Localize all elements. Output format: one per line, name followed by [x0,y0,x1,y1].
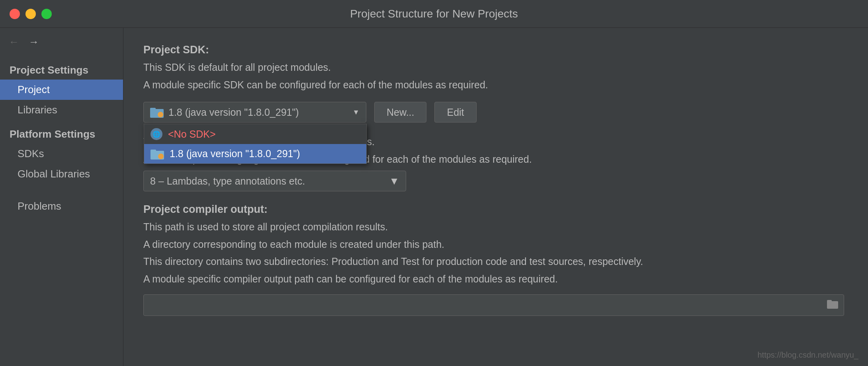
sdk-desc2: A module specific SDK can be configured … [143,78,848,93]
lang-level-dropdown[interactable]: 8 – Lambdas, type annotations etc. ▼ [143,171,406,191]
sidebar-item-sdks[interactable]: SDKs [0,144,123,164]
compiler-desc3: This directory contains two subdirectori… [143,254,848,269]
minimize-button[interactable] [25,9,36,19]
sdk-folder-icon [150,107,164,118]
sdk-18-label: 1.8 (java version "1.8.0_291") [170,148,300,160]
sdk-dropdown[interactable]: 1.8 (java version "1.8.0_291") ▼ 🌐 <No S… [143,102,366,123]
globe-icon: 🌐 [151,128,162,140]
compiler-desc2: A directory corresponding to each module… [143,237,848,252]
window-title: Project Structure for New Projects [350,8,518,20]
nav-arrows: ← → [0,36,123,48]
sidebar-item-problems[interactable]: Problems [0,196,123,216]
project-settings-header: Project Settings [0,60,123,80]
content-area: Project SDK: This SDK is default for all… [123,28,868,366]
compiler-section: Project compiler output: This path is us… [143,203,848,316]
sdk-section-title: Project SDK: [143,44,848,56]
sidebar-item-libraries[interactable]: Libraries [0,100,123,120]
sdk-desc1: This SDK is default for all project modu… [143,60,848,75]
sdk-edit-button[interactable]: Edit [434,102,476,123]
folder-svg [150,107,164,118]
compiler-section-title: Project compiler output: [143,203,848,216]
svg-rect-1 [150,108,156,111]
sidebar: ← → Project Settings Project Libraries P… [0,28,123,366]
platform-settings-header: Platform Settings [0,124,123,144]
svg-rect-4 [151,150,156,152]
folder18-svg [151,148,164,160]
titlebar: Project Structure for New Projects [0,0,868,28]
lang-dropdown-value: 8 – Lambdas, type annotations etc. [150,175,389,187]
sdk-option-18[interactable]: 1.8 (java version "1.8.0_291") [144,144,366,164]
compiler-desc1: This path is used to store all project c… [143,220,848,235]
maximize-button[interactable] [41,9,52,19]
close-button[interactable] [10,9,20,19]
browse-folder-svg [827,299,838,309]
lang-dropdown-arrow-icon: ▼ [389,175,399,187]
svg-rect-7 [827,300,832,303]
svg-point-5 [158,154,164,159]
forward-button[interactable]: → [27,36,41,48]
sdk-18-folder-icon [151,148,164,160]
main-layout: ← → Project Settings Project Libraries P… [0,28,868,366]
no-sdk-label: <No SDK> [168,128,216,140]
sdk-dropdown-value: 1.8 (java version "1.8.0_291") [168,107,352,118]
compiler-output-input[interactable] [150,300,817,311]
sidebar-item-global-libraries[interactable]: Global Libraries [0,164,123,184]
sidebar-item-project[interactable]: Project [0,80,123,100]
sdk-option-no-sdk[interactable]: 🌐 <No SDK> [144,124,366,144]
bottom-link: https://blog.csdn.net/wanyu_ [758,350,859,360]
sdk-dropdown-popup: 🌐 <No SDK> 1.8 (java version "1.8.0 [144,124,367,164]
sdk-row: 1.8 (java version "1.8.0_291") ▼ 🌐 <No S… [143,102,848,123]
compiler-desc4: A module specific compiler output path c… [143,272,848,287]
dropdown-arrow-icon: ▼ [352,108,360,117]
svg-point-2 [158,112,163,117]
window-controls [10,9,52,19]
output-browse-icon[interactable] [827,299,838,311]
compiler-output-field[interactable] [143,294,844,316]
back-button[interactable]: ← [7,36,21,48]
sdk-new-button[interactable]: New... [374,102,426,123]
